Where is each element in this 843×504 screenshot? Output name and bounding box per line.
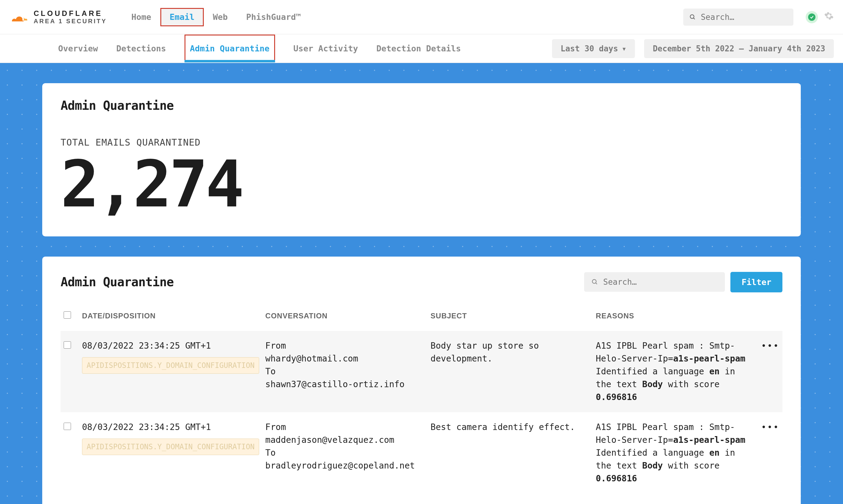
date-range-display: December 5th 2022 — January 4th 2023 (644, 39, 834, 58)
reasons-value: A1S IPBL Pearl spam : Smtp-Helo-Server-I… (593, 412, 758, 493)
gear-icon (824, 11, 834, 21)
subnav-detection-details[interactable]: Detection Details (376, 35, 461, 62)
svg-line-3 (596, 283, 597, 284)
from-label: From (265, 422, 286, 432)
disposition-badge: APIDISPOSITIONS.Y_DOMAIN_CONFIGURATION (82, 357, 259, 374)
from-value: whardy@hotmail.com (265, 354, 358, 364)
status-badge[interactable] (806, 11, 818, 23)
brand-sub: AREA 1 SECURITY (34, 18, 107, 24)
subnav-detections[interactable]: Detections (116, 35, 166, 62)
subnav-overview[interactable]: Overview (58, 35, 98, 62)
chevron-down-icon: ▾ (622, 44, 627, 53)
search-icon (689, 14, 696, 21)
col-date: DATE/DISPOSITION (79, 306, 262, 331)
nav-home[interactable]: Home (122, 8, 160, 26)
row-date: 08/03/2022 23:34:25 GMT+1 (82, 341, 211, 351)
table-title: Admin Quarantine (60, 275, 174, 289)
summary-card: Admin Quarantine TOTAL EMAILS QUARANTINE… (42, 83, 801, 236)
to-value: bradleyrodriguez@copeland.net (265, 461, 415, 471)
row-checkbox[interactable] (64, 341, 71, 349)
to-label: To (265, 366, 276, 376)
svg-point-0 (690, 15, 694, 18)
table-card: Admin Quarantine Filter DATE/DISPOSITION… (42, 257, 801, 504)
content-area: Admin Quarantine TOTAL EMAILS QUARANTINE… (0, 63, 843, 504)
from-value: maddenjason@velazquez.com (265, 435, 394, 445)
filter-button[interactable]: Filter (731, 272, 783, 292)
svg-point-2 (592, 280, 596, 284)
nav-phishguard[interactable]: PhishGuard™ (237, 8, 310, 26)
stat-value: 2,274 (60, 154, 783, 215)
row-date: 08/03/2022 23:34:25 GMT+1 (82, 422, 211, 432)
disposition-badge: APIDISPOSITIONS.Y_DOMAIN_CONFIGURATION (82, 438, 259, 455)
shield-check-icon (808, 14, 815, 21)
table-search-input[interactable] (603, 277, 718, 287)
row-actions-button[interactable]: ••• (761, 341, 779, 351)
topbar: CLOUDFLARE AREA 1 SECURITY Home Email We… (0, 0, 843, 34)
search-icon (592, 278, 598, 286)
reasons-value: A1S IPBL Pearl spam : Smtp-Helo-Server-I… (593, 331, 758, 412)
settings-button[interactable] (824, 11, 834, 23)
select-all-checkbox[interactable] (64, 311, 71, 319)
from-label: From (265, 341, 286, 351)
row-checkbox[interactable] (64, 422, 71, 430)
date-range-dropdown[interactable]: Last 30 days ▾ (552, 39, 635, 58)
svg-line-1 (693, 18, 695, 19)
to-value: shawn37@castillo-ortiz.info (265, 379, 405, 389)
table-row: 08/03/2022 23:34:25 GMT+1 APIDISPOSITION… (60, 412, 783, 493)
subject-value: Body star up store so development. (427, 331, 593, 412)
subnav: Overview Detections Admin Quarantine Use… (0, 34, 843, 63)
global-search-input[interactable] (701, 13, 787, 22)
stat-label: TOTAL EMAILS QUARANTINED (60, 137, 783, 148)
nav-web[interactable]: Web (204, 8, 237, 26)
col-subject: SUBJECT (427, 306, 593, 331)
page-title: Admin Quarantine (60, 98, 783, 112)
subnav-user-activity[interactable]: User Activity (294, 35, 358, 62)
to-label: To (265, 448, 276, 458)
date-range-label: Last 30 days (561, 44, 618, 53)
top-nav: Home Email Web PhishGuard™ (122, 8, 310, 26)
subject-value: Best camera identify effect. (427, 412, 593, 493)
quarantine-table: DATE/DISPOSITION CONVERSATION SUBJECT RE… (60, 306, 783, 493)
logo[interactable]: CLOUDFLARE AREA 1 SECURITY (9, 10, 107, 24)
row-actions-button[interactable]: ••• (761, 422, 779, 432)
subnav-admin-quarantine[interactable]: Admin Quarantine (185, 35, 275, 62)
col-conversation: CONVERSATION (262, 306, 427, 331)
table-search[interactable] (584, 272, 725, 292)
global-search[interactable] (683, 8, 793, 26)
col-reasons: REASONS (593, 306, 758, 331)
table-row: 08/03/2022 23:34:25 GMT+1 APIDISPOSITION… (60, 331, 783, 412)
nav-email[interactable]: Email (160, 8, 204, 26)
cloudflare-logo-icon (9, 10, 29, 24)
brand-name: CLOUDFLARE (34, 10, 107, 17)
